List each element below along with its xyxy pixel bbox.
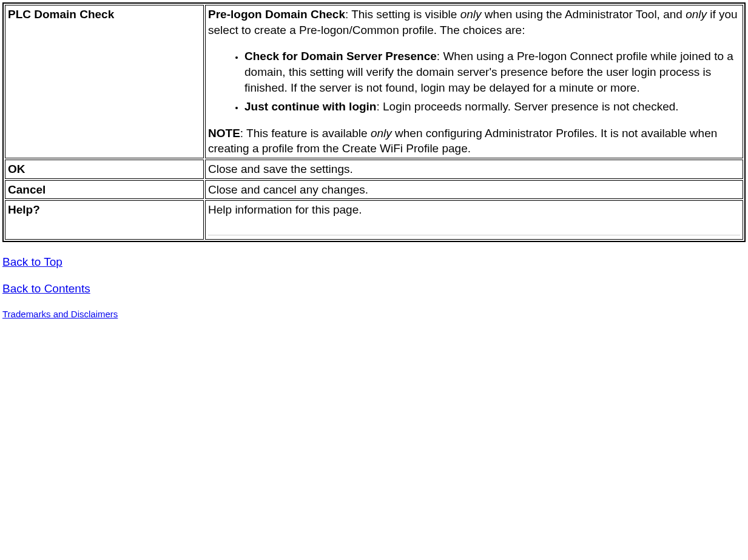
plc-only-2: only	[686, 8, 707, 21]
back-to-top-link[interactable]: Back to Top	[2, 255, 62, 268]
plc-desc-mid: when using the Administrator Tool, and	[482, 8, 686, 21]
plc-desc-pre: : This setting is visible	[345, 8, 460, 21]
desc-cancel: Close and cancel any changes.	[205, 180, 743, 200]
back-to-contents-link[interactable]: Back to Contents	[2, 282, 90, 295]
plc-choice2-title: Just continue with login	[244, 100, 376, 113]
back-to-top-line: Back to Top	[2, 255, 746, 269]
plc-note-label: NOTE	[208, 127, 240, 140]
plc-only-1: only	[460, 8, 482, 21]
row-help: Help? Help information for this page.	[5, 200, 743, 240]
label-cancel: Cancel	[5, 180, 204, 200]
plc-choice-list: Check for Domain Server Presence: When u…	[232, 49, 740, 115]
row-ok: OK Close and save the settings.	[5, 160, 743, 179]
back-to-contents-line: Back to Contents	[2, 282, 746, 295]
desc-plc-domain-check: Pre-logon Domain Check: This setting is …	[205, 5, 743, 158]
label-ok: OK	[5, 160, 204, 179]
label-help: Help?	[5, 200, 204, 240]
trademarks-line: Trademarks and Disclaimers	[2, 309, 746, 319]
desc-ok: Close and save the settings.	[205, 160, 743, 179]
plc-choice-check-server: Check for Domain Server Presence: When u…	[244, 49, 740, 95]
plc-note-only: only	[371, 127, 392, 140]
settings-table: PLC Domain Check Pre-logon Domain Check:…	[2, 2, 746, 242]
plc-note-pre: : This feature is available	[240, 127, 371, 140]
trademarks-link[interactable]: Trademarks and Disclaimers	[2, 309, 118, 319]
plc-choice1-title: Check for Domain Server Presence	[244, 50, 437, 62]
desc-help: Help information for this page.	[208, 203, 362, 216]
plc-desc-title: Pre-logon Domain Check	[208, 8, 345, 21]
label-plc-domain-check: PLC Domain Check	[5, 5, 204, 158]
help-divider	[208, 235, 740, 235]
row-plc-domain-check: PLC Domain Check Pre-logon Domain Check:…	[5, 5, 743, 158]
row-cancel: Cancel Close and cancel any changes.	[5, 180, 743, 200]
plc-choice-continue-login: Just continue with login: Login proceeds…	[244, 99, 740, 115]
desc-help-cell: Help information for this page.	[205, 200, 743, 240]
plc-choice2-desc: : Login proceeds normally. Server presen…	[376, 100, 678, 113]
